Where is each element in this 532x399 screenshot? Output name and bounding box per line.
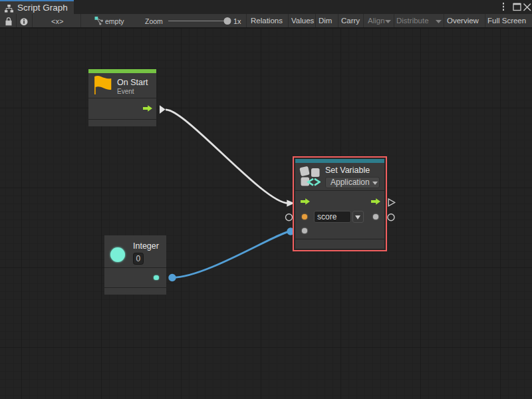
svg-text:1x: 1x	[233, 17, 241, 25]
svg-text:<x>: <x>	[51, 17, 63, 25]
